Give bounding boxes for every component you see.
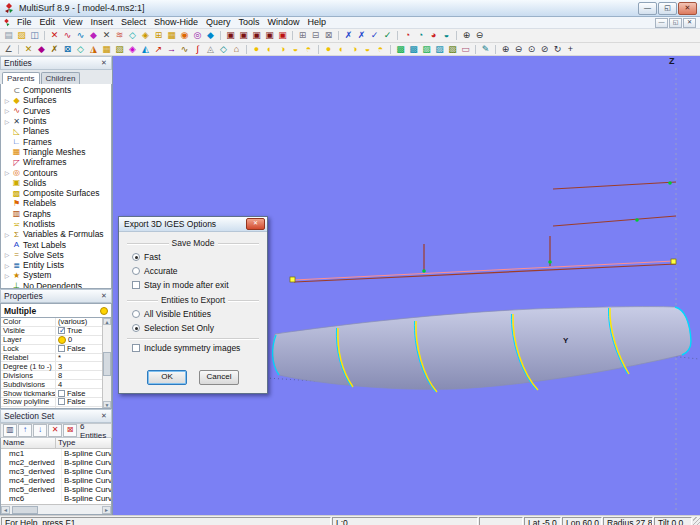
property-value[interactable]: False [56,397,102,406]
tree-item-solids[interactable]: ▣Solids [1,178,111,188]
property-checkbox[interactable] [58,398,65,405]
tb1-icon-38[interactable]: ⊕ [460,30,473,41]
zoom-out-icon[interactable]: ⊖ [512,44,525,55]
move-down-icon[interactable]: ↓ [33,424,47,437]
hide-icon[interactable]: ● [322,44,335,55]
selection-row-mc1[interactable]: mc1B-spline Curve [1,449,111,458]
menu-show-hide[interactable]: Show-Hide [150,17,202,28]
tb1-icon-30[interactable]: ✓ [368,30,381,41]
tb2-icon-33[interactable]: ▩ [407,44,420,55]
selection-row-mc3-derived[interactable]: mc3_derivedB-spline Curve [1,467,111,476]
view-side-icon[interactable]: ▣ [237,30,250,41]
tb1-icon-11[interactable]: ◈ [139,30,152,41]
show-icon[interactable]: ● [250,44,263,55]
radio-accurate[interactable] [132,267,140,275]
selection-row-mc5-derived[interactable]: mc5_derivedB-spline Curve [1,485,111,494]
option-selection-set-only[interactable]: Selection Set Only [132,321,259,335]
tb2-icon-27[interactable]: ◐ [335,44,348,55]
new-file-icon[interactable]: ▤ [2,30,15,41]
open-file-icon[interactable]: ▨ [15,30,28,41]
tb1-icon-13[interactable]: ▦ [165,30,178,41]
properties-scrollbar[interactable]: ▲ ▼ [102,318,111,408]
property-value[interactable]: False [56,344,102,353]
tree-item-graphs[interactable]: ▥Graphs [1,209,111,219]
tb1-icon-4[interactable]: ✕ [48,30,61,41]
app-icon[interactable] [3,2,15,14]
tb1-icon-25[interactable]: ⊟ [309,30,322,41]
mdi-close-button[interactable]: ✕ [683,18,696,28]
expand-icon[interactable]: ▷ [4,97,10,104]
scroll-up-icon[interactable]: ▲ [103,318,111,325]
mdi-child-icon[interactable] [2,18,11,27]
tree-item-wireframes[interactable]: ◸Wireframes [1,157,111,167]
properties-close-icon[interactable]: ✕ [100,292,108,300]
tb2-icon-16[interactable]: ◬ [204,44,217,55]
column-header-type[interactable]: Type [56,438,111,448]
tb1-icon-16[interactable]: ◆ [204,30,217,41]
tree-item-system[interactable]: ▷★System [1,270,111,280]
tb1-icon-33[interactable]: ◔ [401,30,414,41]
hscroll-thumb[interactable] [12,506,38,514]
tb1-icon-14[interactable]: ◉ [178,30,191,41]
zoom-in-icon[interactable]: ⊕ [499,44,512,55]
mdi-minimize-button[interactable]: — [655,18,668,28]
tb1-icon-29[interactable]: ✗ [355,30,368,41]
tb1-icon-12[interactable]: ⊞ [152,30,165,41]
tree-item-curves[interactable]: ▷∿Curves [1,106,111,116]
tb2-icon-29[interactable]: ◒ [361,44,374,55]
expand-icon[interactable]: ▷ [4,169,10,176]
column-header-name[interactable]: Name [1,438,56,448]
property-value[interactable]: 3 [56,362,102,371]
property-value[interactable]: (various) [56,318,102,326]
restore-button[interactable]: ◱ [658,2,677,15]
property-value[interactable]: False [56,389,102,398]
tb2-icon-35[interactable]: ▨ [433,44,446,55]
zoom-extents-icon[interactable]: ⊙ [525,44,538,55]
option-accurate[interactable]: Accurate [132,264,259,278]
tree-item-components[interactable]: ⊂Components [1,85,111,95]
clear-set-icon[interactable]: ⊠ [63,424,77,437]
tree-item-surfaces[interactable]: ▷◆Surfaces [1,95,111,105]
expand-icon[interactable]: ▷ [4,107,10,114]
menu-select[interactable]: Select [117,17,150,28]
ok-button[interactable]: OK [147,370,187,385]
selection-hscrollbar[interactable]: ◄ ► [1,504,111,514]
tree-item-text-labels[interactable]: AText Labels [1,239,111,249]
property-checkbox[interactable] [58,390,65,397]
radio-all-visible-entities[interactable] [132,310,140,318]
menu-view[interactable]: View [59,17,86,28]
property-value[interactable]: * [56,353,102,362]
option-all-visible-entities[interactable]: All Visible Entities [132,307,259,321]
viewport-canvas[interactable]: Z Y Export 3D IGES Options ✕ Save ModeFa… [113,56,700,515]
menu-query[interactable]: Query [202,17,235,28]
tb1-icon-10[interactable]: ◇ [126,30,139,41]
scroll-down-icon[interactable]: ▼ [103,401,111,408]
property-value[interactable]: True [56,326,102,335]
tb1-icon-39[interactable]: ⊖ [473,30,486,41]
resize-grip[interactable] [693,517,700,525]
mdi-restore-button[interactable]: ◱ [669,18,682,28]
tb2-icon-5[interactable]: ⊠ [61,44,74,55]
property-checkbox[interactable] [58,327,65,334]
property-value[interactable]: 0 [56,335,102,344]
tb1-icon-5[interactable]: ∿ [61,30,74,41]
tree-item-variables-formulas[interactable]: ▷ΣVariables & Formulas [1,229,111,239]
tree-item-planes[interactable]: ◺Planes [1,126,111,136]
property-checkbox[interactable] [58,345,65,352]
columns-icon[interactable]: ▥ [3,424,17,437]
tb1-icon-24[interactable]: ⊞ [296,30,309,41]
tb1-icon-34[interactable]: ◔ [414,30,427,41]
tb1-icon-31[interactable]: ✓ [381,30,394,41]
expand-icon[interactable]: ▷ [4,231,10,238]
pan-icon[interactable]: + [564,44,577,55]
tab-parents[interactable]: Parents [2,72,40,84]
option-include-symmetry-images[interactable]: Include symmetry images [132,341,259,355]
selection-close-icon[interactable]: ✕ [100,412,108,420]
menu-help[interactable]: Help [304,17,331,28]
tb2-icon-24[interactable]: ◓ [302,44,315,55]
tree-item-relabels[interactable]: ⚑Relabels [1,198,111,208]
remove-icon[interactable]: ✕ [48,424,62,437]
menu-tools[interactable]: Tools [234,17,263,28]
tb2-icon-21[interactable]: ◐ [263,44,276,55]
tb2-icon-0[interactable]: ∠ [2,44,15,55]
